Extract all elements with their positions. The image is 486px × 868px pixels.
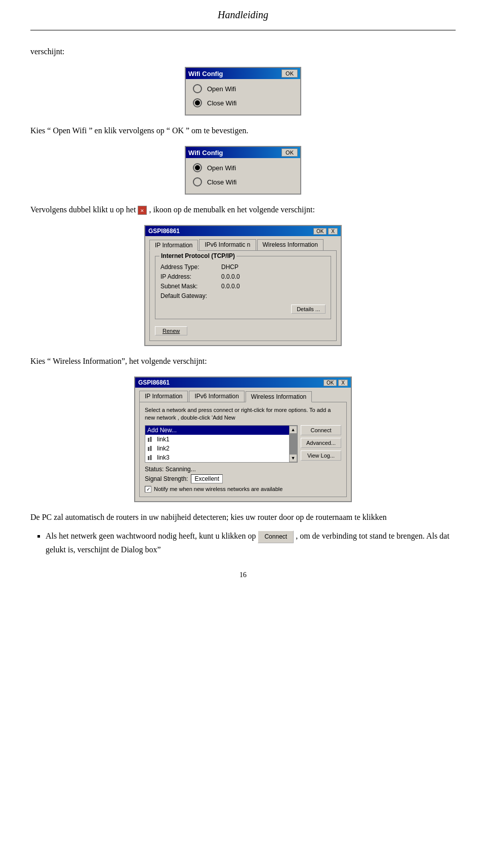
wireless-advanced-btn[interactable]: Advanced... [301, 438, 341, 448]
wifi-option-1a[interactable]: Open Wifi [193, 84, 293, 93]
verschijnt-label: verschijnt: [30, 46, 456, 58]
tab-ip-information[interactable]: IP Information [149, 240, 198, 251]
bullet-item-1: Als het netwerk geen wachtwoord nodig he… [46, 530, 456, 556]
link2-label: link2 [157, 445, 170, 452]
gspi-bottom-row: Renew [155, 323, 331, 335]
text-after-wireless: De PC zal automatisch de routers in uw n… [30, 511, 456, 523]
wifi-dialog-2-titlebar: Wifi Config OK [186, 147, 300, 158]
gspi-dialog-1-title-btns: OK X [313, 228, 338, 235]
wifi-label-close-2: Close Wifi [207, 178, 237, 186]
gspi-body-1: Internet Protocol (TCP/IP) Address Type:… [149, 250, 337, 341]
tab-2-ip-information[interactable]: IP Information [139, 391, 188, 402]
svg-rect-4 [148, 456, 149, 460]
scrollbar-thumb [290, 433, 297, 455]
wireless-list-item-link1[interactable]: link1 [145, 435, 289, 444]
wifi-dialog-2-ok[interactable]: OK [281, 148, 298, 157]
gspi-ip-dialog: GSPI86861 OK X IP Information IPv6 Infor… [144, 225, 342, 346]
tab-2-ipv6-information[interactable]: IPv6 Information [189, 391, 244, 402]
svg-rect-2 [148, 447, 149, 451]
wireless-list-item-link3[interactable]: link3 [145, 453, 289, 462]
wireless-status-val: Scanning... [166, 466, 196, 473]
gspi-wireless-dialog: GSPI86861 OK X IP Information IPv6 Infor… [134, 376, 352, 502]
wifi-icon-link1 [147, 436, 154, 443]
gspi-label-subnet-mask: Subnet Mask: [160, 283, 221, 290]
wifi-config-dialog-1: Wifi Config OK Open Wifi Close Wifi [185, 67, 301, 116]
wifi-dialog-2-body: Open Wifi Close Wifi [186, 158, 300, 194]
gspi-value-ip-address: 0.0.0.0 [221, 273, 326, 280]
gspi-dialog-1-wrapper: GSPI86861 OK X IP Information IPv6 Infor… [30, 225, 456, 346]
page-title: Handleiding [30, 0, 456, 30]
wifi-option-2b[interactable]: Close Wifi [193, 177, 293, 186]
wireless-list-container: Add New... link1 [145, 425, 298, 463]
wifi-icon-link3 [147, 454, 154, 461]
wireless-notify-checkbox[interactable]: ✓ [145, 486, 151, 493]
gspi-dialog-2-titlebar: GSPI86861 OK X [135, 378, 351, 388]
checkbox-check-icon: ✓ [146, 486, 150, 492]
wifi-option-1b[interactable]: Close Wifi [193, 98, 293, 107]
svg-rect-5 [150, 455, 152, 460]
gspi-label-ip-address: IP Address: [160, 273, 221, 280]
gspi-field-default-gateway: Default Gateway: [160, 292, 326, 299]
wireless-instruction: Select a network and press connect or ri… [145, 406, 341, 422]
wireless-scrollbar[interactable]: ▲ ▼ [289, 426, 297, 462]
wireless-notify-label: Notify me when new wireless networks are… [154, 486, 282, 492]
bullet-text-before: Als het netwerk geen wachtwoord nodig he… [46, 532, 258, 540]
text-vervolgens: Vervolgens dubbel klikt u op het ✕ , iko… [30, 204, 456, 216]
menu-icon: ✕ [138, 206, 147, 215]
gspi-details-btn[interactable]: Details ... [291, 305, 326, 314]
link1-label: link1 [157, 436, 170, 443]
wifi-dialog-1-body: Open Wifi Close Wifi [186, 79, 300, 115]
tab-2-wireless-information[interactable]: Wireless Information [246, 391, 312, 402]
gspi-tabs-2: IP Information IPv6 Information Wireless… [135, 388, 351, 402]
tab-wireless-information[interactable]: Wireless Information [257, 239, 323, 250]
wireless-list-item-add-new[interactable]: Add New... [145, 426, 289, 435]
scrollbar-down[interactable]: ▼ [290, 455, 297, 462]
gspi-dialog-2-close-btn[interactable]: X [338, 380, 348, 386]
gspi-dialog-1-close-btn[interactable]: X [328, 228, 338, 235]
gspi-dialog-2-wrapper: GSPI86861 OK X IP Information IPv6 Infor… [30, 376, 456, 502]
tab-ipv6-information[interactable]: IPv6 Informatic n [199, 239, 256, 250]
gspi-group-label: Internet Protocol (TCP/IP) [159, 252, 236, 259]
wireless-connect-btn[interactable]: Connect [301, 425, 341, 435]
gspi-dialog-1-title: GSPI86861 [148, 228, 180, 235]
text-after-wifi1: Kies “ Open Wifi ” en klik vervolgens op… [30, 125, 456, 137]
wifi-dialog-2-wrapper: Wifi Config OK Open Wifi Close Wifi [30, 146, 456, 195]
link3-label: link3 [157, 454, 170, 461]
wifi-dialog-1-title: Wifi Config [188, 70, 223, 78]
wireless-status-label: Status: [145, 466, 164, 473]
gspi-dialog-1-titlebar: GSPI86861 OK X [145, 226, 341, 236]
gspi-group-box: Internet Protocol (TCP/IP) Address Type:… [155, 256, 331, 319]
gspi-field-subnet-mask: Subnet Mask: 0.0.0.0 [160, 283, 326, 290]
wireless-signal-row: Signal Strength: Excellent [145, 474, 341, 483]
radio-close-wifi-1[interactable] [193, 98, 202, 107]
text-before-wireless: Kies “ Wireless Information”, het volgen… [30, 355, 456, 367]
connect-btn-inline: Connect [258, 531, 294, 543]
wifi-dialog-1-titlebar: Wifi Config OK [186, 68, 300, 79]
scrollbar-up[interactable]: ▲ [290, 426, 297, 433]
radio-open-wifi-2[interactable] [193, 163, 202, 172]
wireless-list-item-link2[interactable]: link2 [145, 444, 289, 453]
radio-close-wifi-2[interactable] [193, 177, 202, 186]
gspi-dialog-2-title: GSPI86861 [138, 379, 170, 386]
gspi-label-address-type: Address Type: [160, 263, 221, 271]
gspi-dialog-1-ok-btn[interactable]: OK [313, 228, 327, 235]
wireless-signal-value: Excellent [191, 474, 223, 483]
wifi-option-2a[interactable]: Open Wifi [193, 163, 293, 172]
wifi-label-close-1: Close Wifi [207, 99, 237, 107]
wireless-signal-label: Signal Strength: [145, 475, 188, 482]
gspi-value-subnet-mask: 0.0.0.0 [221, 283, 326, 290]
wifi-label-open-1: Open Wifi [207, 85, 236, 93]
wifi-dialog-1-ok[interactable]: OK [281, 69, 298, 78]
wireless-network-list: Add New... link1 [145, 426, 289, 462]
wireless-network-list-wrapper: Add New... link1 [145, 425, 341, 463]
svg-rect-3 [150, 446, 152, 451]
gspi-tabs-1: IP Information IPv6 Informatic n Wireles… [145, 236, 341, 250]
gspi-dialog-2-ok-btn[interactable]: OK [323, 380, 337, 386]
wireless-action-buttons: Connect Advanced... View Log... [301, 425, 341, 463]
add-new-label: Add New... [147, 427, 177, 434]
wireless-viewlog-btn[interactable]: View Log... [301, 450, 341, 461]
gspi-renew-btn[interactable]: Renew [155, 326, 187, 335]
svg-rect-1 [150, 437, 152, 442]
radio-open-wifi-1[interactable] [193, 84, 202, 93]
gspi-field-address-type: Address Type: DHCP [160, 263, 326, 271]
